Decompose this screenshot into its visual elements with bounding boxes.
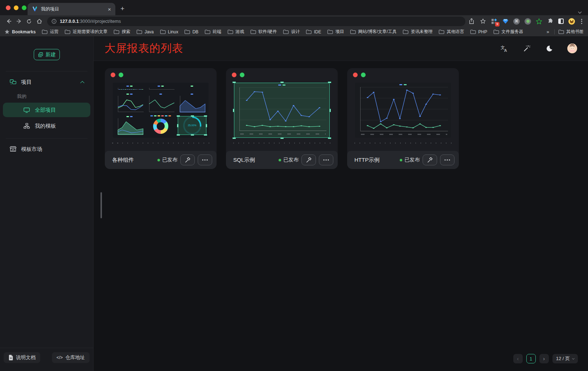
bookmark-folder[interactable]: 软件/硬件 (250, 29, 277, 35)
window-zoom-button[interactable] (22, 5, 26, 10)
bookmark-star-icon[interactable] (480, 18, 486, 25)
reload-button[interactable] (24, 17, 34, 26)
edit-project-button[interactable] (180, 154, 195, 165)
home-button[interactable] (34, 17, 44, 26)
x-axis-ticks (361, 134, 447, 135)
repo-button[interactable]: </> 仓库地址 (52, 352, 90, 363)
sidebar-item-my-templates[interactable]: 我的模板 (3, 119, 90, 133)
site-info-icon[interactable] (52, 19, 57, 24)
window-minimize-button[interactable] (14, 5, 18, 10)
tab-close-icon[interactable]: × (108, 7, 111, 12)
main-area: 大屏报表的列表 文 A (94, 36, 588, 371)
more-actions-button[interactable] (319, 154, 333, 165)
folder-icon (558, 29, 564, 34)
bookmark-folder[interactable]: 项目 (327, 29, 344, 35)
mini-donut-chart (146, 115, 176, 136)
language-translate-icon[interactable]: 文 A (500, 44, 509, 53)
pagination-page-1[interactable]: 1 (526, 354, 536, 363)
sidebar-footer: 说明文档 </> 仓库地址 (0, 348, 93, 371)
recorder-extension-icon[interactable] (525, 18, 531, 25)
project-card[interactable]: HTTP示例 已发布 (347, 68, 459, 169)
folder-icon (136, 29, 142, 34)
tab-strip: 我的项目 × + (0, 0, 588, 15)
browser-menu-button[interactable] (580, 19, 584, 24)
address-bar[interactable]: 127.0.0.1:3000/#/project/items (47, 17, 465, 26)
tab-overflow-button[interactable] (579, 8, 582, 12)
sidebar-item-all-projects[interactable]: 全部项目 (3, 103, 90, 117)
folder-icon (283, 29, 289, 34)
sidebar-item-label: 模板市场 (21, 146, 42, 153)
bookmark-folder[interactable]: DB (184, 29, 198, 34)
more-actions-button[interactable] (440, 154, 455, 165)
page-size-select[interactable]: 12 / 页 (552, 354, 578, 363)
mini-area-chart (177, 93, 206, 113)
bookmarks-root[interactable]: Bookmarks (4, 29, 36, 34)
project-card[interactable]: SQL示例 已发布 (226, 68, 338, 169)
tab-title: 我的项目 (41, 6, 104, 12)
sidebar-item-label: 全部项目 (35, 107, 56, 114)
new-project-button[interactable]: 新建 (34, 49, 60, 60)
bookmark-folder[interactable]: 运营 (42, 29, 58, 35)
forward-button[interactable] (14, 17, 24, 26)
more-actions-button[interactable] (198, 154, 212, 165)
new-tab-button[interactable]: + (120, 5, 124, 13)
bookmark-folder[interactable]: 设计 (283, 29, 300, 35)
bookmark-folder[interactable]: Java (136, 29, 153, 34)
project-card[interactable]: 25.00% (105, 68, 217, 169)
other-bookmarks-folder[interactable]: 其他书签 (558, 29, 584, 35)
status-dot-icon (400, 159, 402, 161)
pagination-next-button[interactable]: › (539, 354, 549, 363)
docs-label: 说明文档 (16, 354, 36, 361)
chevron-up-icon (80, 81, 84, 85)
page-title: 大屏报表的列表 (104, 41, 183, 56)
emoji-extension-icon[interactable] (568, 18, 575, 25)
sidebar-section-projects[interactable]: 项目 (0, 74, 93, 90)
window-close-button[interactable] (6, 5, 11, 10)
gem-extension-icon[interactable] (502, 18, 509, 25)
folder-icon (306, 29, 312, 34)
url-path: :3000/#/project/items (79, 19, 121, 24)
darkreader-extension-icon[interactable] (558, 18, 564, 24)
dark-mode-moon-icon[interactable] (545, 44, 554, 53)
scrollbar-thumb[interactable] (100, 192, 102, 218)
share-icon[interactable] (468, 18, 475, 25)
bookmark-folder[interactable]: Linux (160, 29, 178, 34)
folder-icon (350, 29, 356, 34)
user-avatar[interactable] (567, 44, 577, 53)
edit-project-button[interactable] (301, 154, 316, 165)
docs-button[interactable]: 说明文档 (4, 352, 40, 363)
bookmark-folder[interactable]: IDE (306, 29, 321, 34)
pagination-prev-button[interactable]: ‹ (513, 354, 523, 363)
mini-multiline-chart (115, 93, 144, 113)
bookmark-folder[interactable]: 文件服务器 (493, 29, 523, 35)
bookmarks-overflow-button[interactable]: » (547, 29, 549, 34)
back-button[interactable] (4, 17, 14, 26)
bookmark-folder[interactable]: 资讯未整理 (403, 29, 432, 35)
bookmark-folder[interactable]: 其他语言 (439, 29, 464, 35)
bookmark-label: 搜索 (122, 29, 130, 35)
folder-icon (439, 29, 444, 34)
chevron-down-icon (578, 10, 582, 14)
bookmark-folder[interactable]: 近期需要读的文章 (65, 29, 107, 35)
bookmark-folder[interactable]: 游戏 (227, 29, 244, 35)
bookmark-label: 游戏 (235, 29, 244, 35)
edit-project-button[interactable] (423, 154, 437, 165)
sidebar-item-template-market[interactable]: 模板市场 (0, 141, 93, 157)
magic-wand-icon[interactable] (522, 44, 531, 53)
bookmark-folder[interactable]: 前端 (205, 29, 221, 35)
bookmark-folder[interactable]: 网站/博客/文章/工具 (350, 29, 396, 35)
sidebar-divider (6, 138, 87, 139)
bookmark-label: Linux (168, 29, 178, 34)
tab-manager-extension-icon[interactable]: 9 (491, 18, 497, 25)
command-extension-icon[interactable]: ⌘ (513, 18, 520, 25)
bookmark-folder[interactable]: 搜索 (114, 29, 130, 35)
star-extension-icon[interactable] (536, 18, 542, 25)
extensions-puzzle-icon[interactable] (547, 18, 554, 25)
bookmark-folder[interactable]: PHP (470, 29, 487, 34)
folder-icon (470, 29, 476, 34)
browser-tab[interactable]: 我的项目 × (28, 3, 115, 15)
bookmarks-label: Bookmarks (12, 29, 36, 34)
folder-icon (42, 29, 48, 34)
bookmark-label: Java (144, 29, 153, 34)
folder-icon (160, 29, 166, 34)
